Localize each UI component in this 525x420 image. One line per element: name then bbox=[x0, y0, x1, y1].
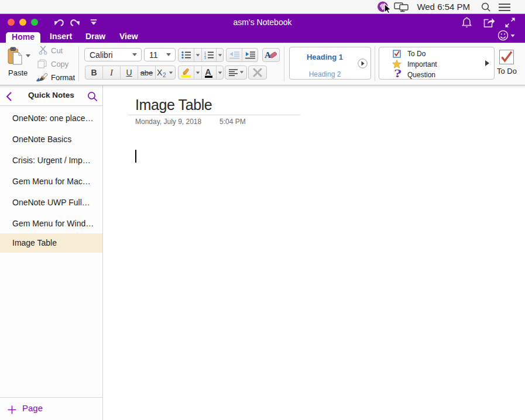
svg-text:3: 3 bbox=[204, 56, 206, 59]
svg-text:A: A bbox=[205, 68, 211, 77]
